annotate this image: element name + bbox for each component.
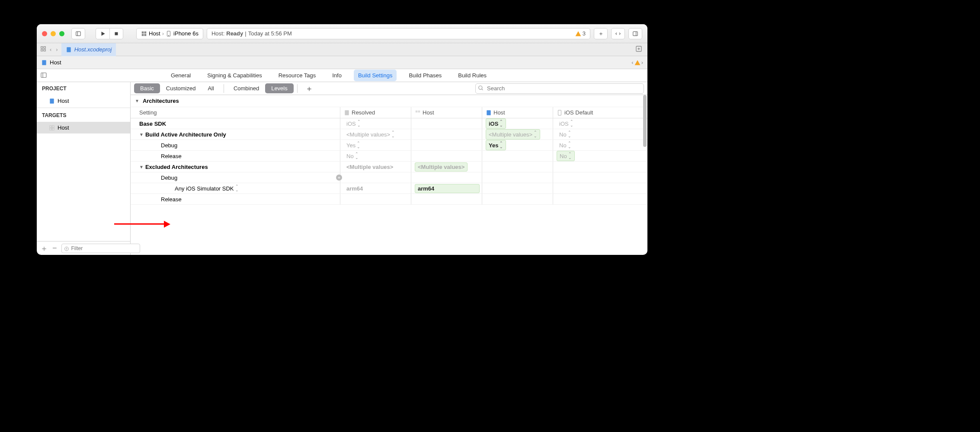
row-excluded-arch[interactable]: ▼Excluded Architectures <Multiple values…	[131, 162, 647, 172]
tab-signing[interactable]: Signing & Capabilities	[203, 70, 266, 81]
svg-rect-13	[41, 49, 43, 51]
col-host-target: Host	[411, 107, 482, 118]
tab-resource-tags[interactable]: Resource Tags	[274, 70, 320, 81]
sidebar-filter-input[interactable]	[61, 244, 140, 253]
row-build-active-arch[interactable]: ▼Build Active Architecture Only <Multipl…	[131, 129, 647, 140]
filter-basic[interactable]: Basic	[134, 83, 160, 93]
svg-rect-25	[50, 128, 52, 130]
disclosure-triangle-icon: ▼	[135, 98, 139, 103]
build-settings-content: Basic Customized All Combined Levels ＋	[131, 82, 647, 255]
svg-rect-24	[52, 125, 54, 127]
warning-icon	[634, 60, 641, 66]
col-host-project: Host	[482, 107, 553, 118]
filter-levels[interactable]: Levels	[265, 83, 294, 93]
zoom-button[interactable]	[59, 31, 64, 36]
related-items-icon[interactable]	[40, 46, 46, 53]
filter-combined[interactable]: Combined	[227, 83, 265, 93]
row-excluded-release[interactable]: Release	[131, 194, 647, 205]
outline-toggle-icon[interactable]	[40, 72, 47, 80]
editor-tabs: General Signing & Capabilities Resource …	[37, 69, 647, 82]
svg-rect-23	[50, 125, 52, 127]
scheme-selector[interactable]: Host › iPhone 6s	[136, 28, 203, 39]
search-icon	[478, 85, 484, 92]
sidebar-target-item[interactable]: Host	[37, 122, 130, 133]
svg-rect-26	[52, 128, 54, 130]
svg-rect-20	[41, 73, 46, 78]
sidebar-footer: ＋ −	[37, 241, 130, 255]
svg-rect-9	[633, 32, 638, 35]
tab-build-phases[interactable]: Build Phases	[404, 70, 446, 81]
document-tabbar: ‹ › Host.xcodeproj	[37, 43, 647, 56]
nav-forward-button[interactable]: ›	[55, 46, 58, 53]
row-debug[interactable]: Debug Yes⌃⌄ Yes⌃⌄ No⌃⌄	[131, 140, 647, 151]
add-tab-button[interactable]	[634, 45, 644, 54]
window-controls	[42, 31, 64, 36]
filter-bar: Basic Customized All Combined Levels ＋	[131, 82, 647, 95]
status-sep: |	[245, 30, 246, 37]
add-setting-button[interactable]: ＋	[301, 83, 317, 94]
row-release[interactable]: Release No⌃⌄ No⌃⌄	[131, 151, 647, 162]
filter-icon	[64, 245, 69, 253]
section-architectures[interactable]: ▼ Architectures	[131, 95, 647, 107]
run-button[interactable]	[96, 28, 109, 39]
add-condition-icon[interactable]: +	[336, 175, 342, 181]
sidebar-project-item[interactable]: Host	[37, 95, 130, 107]
add-target-button[interactable]: ＋	[40, 243, 48, 254]
filter-customized[interactable]: Customized	[160, 83, 202, 93]
breadcrumb-item[interactable]: Host	[50, 59, 61, 66]
svg-rect-33	[345, 110, 349, 115]
close-button[interactable]	[42, 31, 47, 36]
svg-rect-2	[115, 32, 118, 35]
svg-rect-6	[144, 34, 147, 36]
breadcrumb: Host ‹ ›	[37, 56, 647, 69]
chevron-right-icon[interactable]: ›	[641, 59, 643, 66]
settings-search-input[interactable]	[475, 83, 644, 94]
svg-rect-0	[76, 32, 81, 35]
nav-back-button[interactable]: ‹	[49, 46, 52, 53]
svg-rect-4	[144, 31, 147, 33]
svg-rect-3	[142, 31, 144, 33]
col-resolved: Resolved	[340, 107, 411, 118]
row-excluded-debug[interactable]: Debug +	[131, 172, 647, 183]
chevron-left-icon[interactable]: ‹	[631, 59, 633, 66]
warning-count: 3	[583, 30, 586, 37]
chevron-right-icon: ›	[162, 30, 164, 37]
targets-section-label: TARGETS	[37, 109, 130, 122]
svg-rect-11	[41, 47, 43, 48]
inspector-toggle-button[interactable]	[628, 28, 642, 39]
column-headers: Setting Resolved Host Host	[131, 107, 647, 118]
scheme-device: iPhone 6s	[173, 30, 199, 37]
filter-all[interactable]: All	[202, 83, 220, 93]
stop-button[interactable]	[109, 28, 123, 39]
document-tab[interactable]: Host.xcodeproj	[61, 43, 116, 56]
tab-name: Host.xcodeproj	[74, 46, 112, 53]
library-button[interactable]	[611, 28, 625, 39]
settings-grid: ▼ Architectures Setting Resolved Host	[131, 95, 647, 255]
svg-rect-37	[558, 110, 561, 115]
scheme-target: Host	[149, 30, 160, 37]
disclosure-triangle-icon: ▼	[139, 132, 144, 137]
scrollbar[interactable]	[643, 95, 647, 147]
panel-toggle-button[interactable]	[71, 28, 85, 39]
remove-target-button[interactable]: −	[52, 244, 57, 253]
tab-build-settings[interactable]: Build Settings	[354, 70, 397, 81]
status-prefix: Host:	[211, 30, 224, 37]
svg-point-8	[168, 35, 169, 35]
tab-info[interactable]: Info	[328, 70, 346, 81]
svg-line-32	[482, 89, 483, 90]
svg-rect-19	[42, 60, 46, 65]
warnings-indicator[interactable]: 3	[575, 30, 586, 37]
minimize-button[interactable]	[51, 31, 56, 36]
svg-rect-14	[44, 49, 45, 51]
tab-build-rules[interactable]: Build Rules	[454, 70, 491, 81]
add-button[interactable]: ＋	[594, 28, 608, 39]
row-any-ios-simulator[interactable]: Any iOS Simulator SDK ⌃⌄ arm64 arm64	[131, 183, 647, 194]
tab-general[interactable]: General	[167, 70, 195, 81]
svg-rect-36	[487, 110, 490, 115]
col-setting: Setting	[131, 109, 340, 116]
target-name: Host	[58, 124, 69, 131]
row-base-sdk[interactable]: Base SDK iOS⌃⌄ iOS⌃⌄ iOS⌃⌄	[131, 118, 647, 129]
activity-viewer[interactable]: Host: Ready | Today at 5:56 PM 3	[207, 28, 590, 39]
main-area: PROJECT Host TARGETS Host ＋ −	[37, 82, 647, 255]
svg-rect-35	[418, 110, 420, 112]
